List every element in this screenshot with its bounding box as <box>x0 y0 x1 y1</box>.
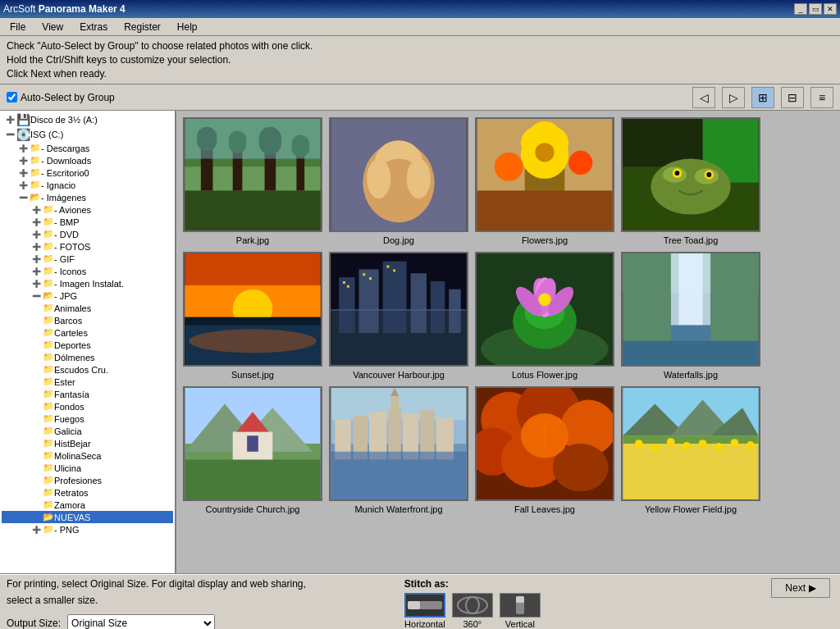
svg-rect-63 <box>393 270 395 272</box>
tree-item-fotos[interactable]: ➕ 📁 - FOTOS <box>2 240 173 253</box>
tree-item-nuevas[interactable]: 📂 NUEVAS <box>2 511 173 523</box>
image-thumb-lotus[interactable] <box>475 252 614 367</box>
image-grid[interactable]: Park.jpg <box>176 111 840 573</box>
image-cell-leaves[interactable]: Fall Leaves.jpg <box>475 386 614 514</box>
image-cell-lotus[interactable]: Lotus Flower.jpg <box>475 252 614 380</box>
image-label-munich: Munich Waterfront.jpg <box>354 504 442 514</box>
close-button[interactable]: ✕ <box>824 3 837 15</box>
tree-item-jpg[interactable]: ➖ 📂 - JPG <box>2 289 173 302</box>
tree-item-aviones[interactable]: ➕ 📁 - Aviones <box>2 203 173 216</box>
image-thumb-vancouver[interactable] <box>329 252 468 367</box>
minimize-button[interactable]: _ <box>794 3 807 15</box>
expand-icon: ➕ <box>3 116 16 124</box>
menu-extras[interactable]: Extras <box>73 20 114 34</box>
tree-item-iconos[interactable]: ➕ 📁 - Iconos <box>2 265 173 277</box>
tree-item-barcos[interactable]: 📁 Barcos <box>2 314 173 326</box>
menu-file[interactable]: File <box>3 20 32 34</box>
tree-item-gif[interactable]: ➕ 📁 - GIF <box>2 253 173 265</box>
image-cell-toad[interactable]: Tree Toad.jpg <box>621 117 760 245</box>
tree-item-fantasia[interactable]: 📁 Fantasía <box>2 388 173 400</box>
stitch-horizontal[interactable]: Horizontal <box>404 593 445 629</box>
tree-item-ulicina[interactable]: 📁 Ulicina <box>2 462 173 474</box>
menu-help[interactable]: Help <box>171 20 204 34</box>
file-tree[interactable]: ➕ 💾 Disco de 3½ (A:) ➖ 💽 ISG (C:) ➕ 📁 - … <box>0 111 176 573</box>
tree-item-deportes[interactable]: 📁 Deportes <box>2 339 173 351</box>
detail-view-button[interactable]: ≡ <box>810 87 833 108</box>
tree-item-dvd[interactable]: ➕ 📁 - DVD <box>2 228 173 240</box>
next-folder-button[interactable]: ▷ <box>722 87 745 108</box>
image-cell-park[interactable]: Park.jpg <box>183 117 322 245</box>
output-size-label: Output Size: <box>7 618 61 629</box>
image-thumb-toad[interactable] <box>621 117 760 232</box>
title-text: ArcSoft Panorama Maker 4 <box>3 3 126 15</box>
tree-item-carteles[interactable]: 📁 Carteles <box>2 326 173 339</box>
instruction-line2: Hold the Ctrl/Shift keys to customize yo… <box>7 53 833 67</box>
tree-item-zamora[interactable]: 📁 Zamora <box>2 499 173 511</box>
restore-button[interactable]: ▭ <box>809 3 822 15</box>
folder-icon: 📁 <box>43 278 54 289</box>
grid-view-button[interactable]: ⊞ <box>751 87 774 108</box>
instructions-panel: Check "Auto-Select by Group" to choose r… <box>0 36 840 84</box>
stitch-vertical[interactable]: Vertical <box>500 593 541 629</box>
expand-icon: ➕ <box>16 181 30 189</box>
image-thumb-flowers[interactable] <box>475 117 614 232</box>
svg-rect-105 <box>331 452 466 499</box>
tree-item-dolmenes[interactable]: 📁 Dólmenes <box>2 351 173 363</box>
image-cell-munich[interactable]: Munich Waterfront.jpg <box>329 386 468 514</box>
stitch-360[interactable]: 360° <box>452 593 493 629</box>
image-thumb-waterfall[interactable] <box>621 252 760 367</box>
stitch-section: Stitch as: Horizontal <box>404 578 541 629</box>
menu-view[interactable]: View <box>35 20 70 34</box>
auto-select-label[interactable]: Auto-Select by Group <box>7 92 115 103</box>
tree-item-ester[interactable]: 📁 Ester <box>2 376 173 388</box>
tree-item-png[interactable]: ➕ 📁 - PNG <box>2 523 173 536</box>
menu-register[interactable]: Register <box>117 20 167 34</box>
tree-item-fondos[interactable]: 📁 Fondos <box>2 400 173 412</box>
auto-select-checkbox[interactable] <box>7 92 17 103</box>
tree-item-downloads[interactable]: ➕ 📁 - Downloads <box>2 154 173 166</box>
list-view-button[interactable]: ⊟ <box>781 87 804 108</box>
tree-item-bmp[interactable]: ➕ 📁 - BMP <box>2 216 173 228</box>
next-button[interactable]: Next ▶ <box>771 578 830 598</box>
prev-folder-button[interactable]: ◁ <box>692 87 715 108</box>
folder-icon: 📂 <box>43 290 54 301</box>
output-size-select[interactable]: Original Size Large Medium Small <box>67 614 215 629</box>
tree-item-profesiones[interactable]: 📁 Profesiones <box>2 474 173 486</box>
image-cell-vancouver[interactable]: Vancouver Harbour.jpg <box>329 252 468 380</box>
output-section: For printing, select Original Size. For … <box>7 578 306 629</box>
output-description-1: For printing, select Original Size. For … <box>7 578 306 590</box>
folder-icon: 📁 <box>43 303 54 313</box>
window-controls: _ ▭ ✕ <box>794 3 837 15</box>
image-thumb-field[interactable] <box>621 386 760 501</box>
image-cell-dog[interactable]: Dog.jpg <box>329 117 468 245</box>
image-cell-waterfall[interactable]: Waterfalls.jpg <box>621 252 760 380</box>
image-thumb-sunset[interactable] <box>183 252 322 367</box>
tree-item-escudos[interactable]: 📁 Escudos Cru. <box>2 363 173 376</box>
tree-item-drive-c[interactable]: ➖ 💽 ISG (C:) <box>2 127 173 142</box>
folder-icon: 📁 <box>43 487 54 498</box>
tree-item-histbejar[interactable]: 📁 HistBejar <box>2 437 173 449</box>
tree-item-imagenes[interactable]: ➖ 📂 - Imágenes <box>2 191 173 203</box>
image-cell-church[interactable]: Countryside Church.jpg <box>183 386 322 514</box>
tree-item-retratos[interactable]: 📁 Retratos <box>2 486 173 499</box>
image-thumb-leaves[interactable] <box>475 386 614 501</box>
image-thumb-dog[interactable] <box>329 117 468 232</box>
tree-item-ignacio[interactable]: ➕ 📁 - Ignacio <box>2 179 173 191</box>
image-thumb-munich[interactable] <box>329 386 468 501</box>
image-thumb-church[interactable] <box>183 386 322 501</box>
folder-icon: 📁 <box>43 315 54 326</box>
image-cell-sunset[interactable]: Sunset.jpg <box>183 252 322 380</box>
next-arrow-icon: ▶ <box>809 582 816 594</box>
tree-item-descargas[interactable]: ➕ 📁 - Descargas <box>2 142 173 154</box>
tree-item-animales[interactable]: 📁 Animales <box>2 302 173 314</box>
image-cell-flowers[interactable]: Flowers.jpg <box>475 117 614 245</box>
tree-item-escritorio[interactable]: ➕ 📁 - Escritorio0 <box>2 166 173 179</box>
tree-item-fuegos[interactable]: 📁 Fuegos <box>2 412 173 425</box>
image-thumb-park[interactable] <box>183 117 322 232</box>
tree-item-galicia[interactable]: 📁 Galicia <box>2 425 173 437</box>
tree-item-drive-a[interactable]: ➕ 💾 Disco de 3½ (A:) <box>2 112 173 127</box>
tree-item-molinaseca[interactable]: 📁 MolinaSeca <box>2 449 173 462</box>
expand-icon: ➕ <box>16 169 30 177</box>
tree-item-imagen-instalat[interactable]: ➕ 📁 - Imagen Instalat. <box>2 277 173 289</box>
image-cell-field[interactable]: Yellow Flower Field.jpg <box>621 386 760 514</box>
